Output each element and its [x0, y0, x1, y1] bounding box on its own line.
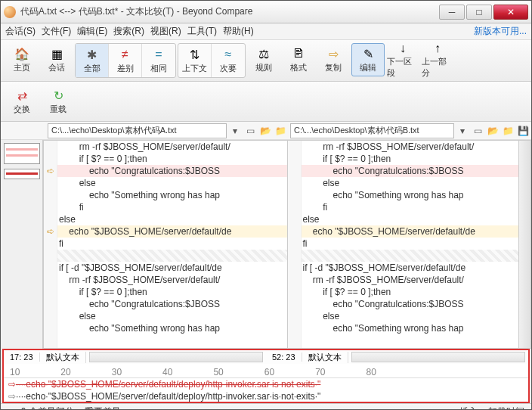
left-pane: ➪➪ rm -rf $JBOSS_HOME/server/default/ if… [43, 140, 287, 349]
save-icon[interactable]: 💾 [516, 124, 530, 138]
left-explorer-icon[interactable]: ▭ [243, 124, 257, 138]
menu-tools[interactable]: 工具(T) [187, 25, 217, 38]
diff-count: 6 个差异部分 [21, 405, 74, 410]
menu-search[interactable]: 搜索(R) [113, 25, 144, 38]
inline-line-a: ····echo·"$JBOSS_HOME/server/default/dep… [16, 379, 320, 390]
left-cursor-pos: 17: 23 [4, 353, 40, 362]
thumbnail-overview[interactable] [4, 143, 40, 164]
home-button[interactable]: 🏠主页 [5, 43, 39, 76]
compare-area: ➪➪ rm -rf $JBOSS_HOME/server/default/ if… [1, 140, 531, 349]
titlebar: 代码A.txt <--> 代码B.txt* - 文本比较(T) - Beyond… [1, 1, 531, 23]
inline-marker-a: ⇨ [8, 379, 16, 390]
prevpart-button[interactable]: ↑上一部分 [421, 43, 454, 76]
same-button[interactable]: =相同 [142, 44, 175, 77]
session-button[interactable]: ▦会话 [40, 43, 73, 76]
notequal-icon: ≠ [118, 47, 133, 62]
all-button[interactable]: ✱全部 [76, 44, 109, 77]
highlighted-section: 17: 23 默认文本 52: 23 默认文本 1020304050607080… [2, 349, 530, 403]
right-open-icon[interactable]: 📂 [486, 124, 500, 138]
left-hscroll[interactable] [89, 352, 263, 362]
context-icon: ⇅ [187, 47, 203, 62]
menubar: 会话(S) 文件(F) 编辑(E) 搜索(R) 视图(R) 工具(T) 帮助(H… [1, 23, 531, 40]
right-path-input[interactable]: C:\...\echo\Desktop\素材\代码B.txt [290, 123, 454, 138]
right-dropdown-icon[interactable]: ▾ [456, 124, 469, 138]
window-title: 代码A.txt <--> 代码B.txt* - 文本比较(T) - Beyond… [20, 5, 438, 18]
load-time-label: 加载时间: [488, 405, 527, 410]
toolbar-main: 🏠主页 ▦会话 ✱全部 ≠差别 =相同 ⇅上下文 ≈次要 ⚖规则 🖹格式 ⇨复制… [1, 40, 531, 82]
inline-line-b: ····echo·"$JBOSS_HOME/server/default/dep… [16, 391, 320, 402]
copy-button[interactable]: ⇨复制 [317, 43, 350, 76]
menu-file[interactable]: 文件(F) [42, 25, 71, 38]
down-icon: ↓ [395, 42, 410, 55]
minor-button[interactable]: ≈次要 [212, 44, 245, 77]
left-code[interactable]: rm -rf $JBOSS_HOME/server/default/ if [ … [57, 141, 287, 348]
thumbnail-column [1, 140, 43, 349]
right-explorer-icon[interactable]: ▭ [471, 124, 484, 138]
equal-icon: = [151, 47, 166, 62]
right-cursor-pos: 52: 23 [266, 353, 302, 362]
menu-view[interactable]: 视图(R) [150, 25, 181, 38]
format-button[interactable]: 🖹格式 [282, 43, 315, 76]
context-button[interactable]: ⇅上下文 [178, 44, 212, 77]
right-pane: rm -rf $JBOSS_HOME/server/default/ if [ … [287, 140, 532, 349]
copy-icon: ⇨ [326, 46, 341, 61]
nextsection-button[interactable]: ↓下一区段 [386, 43, 419, 76]
edit-button[interactable]: ✎编辑 [351, 43, 385, 76]
rules-button[interactable]: ⚖规则 [247, 43, 280, 76]
swap-icon: ⇄ [14, 88, 29, 103]
right-hscroll[interactable] [351, 352, 525, 362]
inline-diff: ⇨····echo·"$JBOSS_HOME/server/default/de… [4, 377, 528, 402]
left-dropdown-icon[interactable]: ▾ [228, 124, 242, 138]
toolbar-secondary: ⇄交换 ↻重载 [1, 82, 531, 122]
reload-button[interactable]: ↻重载 [42, 85, 75, 118]
sessions-icon: ▦ [49, 46, 64, 61]
reload-icon: ↻ [51, 88, 66, 103]
menu-help[interactable]: 帮助(H) [223, 25, 254, 38]
minimize-button[interactable]: ─ [439, 5, 465, 20]
app-icon [4, 6, 16, 18]
right-code[interactable]: rm -rf $JBOSS_HOME/server/default/ if [ … [302, 141, 519, 348]
inline-marker-b: ⇨ [8, 391, 16, 402]
left-path-input[interactable]: C:\...\echo\Desktop\素材\代码A.txt [48, 123, 227, 138]
ruler: 1020304050607080 [4, 364, 528, 377]
right-encoding: 默认文本 [302, 352, 348, 363]
menu-edit[interactable]: 编辑(E) [77, 25, 107, 38]
right-browse-icon[interactable]: 📁 [501, 124, 515, 138]
home-icon: 🏠 [14, 46, 29, 61]
left-browse-icon[interactable]: 📁 [274, 124, 287, 138]
edit-icon: ✎ [360, 46, 376, 61]
left-arrows: ➪➪ [44, 141, 57, 348]
menu-session[interactable]: 会话(S) [5, 25, 36, 38]
vertical-scrollbar[interactable] [518, 141, 530, 348]
right-arrows [288, 141, 302, 348]
update-link[interactable]: 新版本可用... [474, 25, 527, 38]
left-encoding: 默认文本 [40, 352, 86, 363]
format-icon: 🖹 [291, 46, 306, 61]
approx-icon: ≈ [221, 47, 236, 62]
major-diff-label: 重要差异 [85, 405, 121, 410]
thumbnail-detail[interactable] [4, 169, 40, 179]
close-button[interactable]: ✕ [493, 5, 528, 20]
maximize-button[interactable]: □ [466, 5, 492, 20]
swap-button[interactable]: ⇄交换 [5, 85, 39, 118]
left-open-icon[interactable]: 📂 [258, 124, 272, 138]
diff-button[interactable]: ≠差别 [109, 44, 142, 77]
diff-marker-icon: ≠ [5, 407, 11, 411]
insert-mode: 插入 [459, 405, 478, 410]
rules-icon: ⚖ [256, 46, 271, 61]
up-icon: ↑ [430, 42, 445, 55]
statusbar: ≠ 6 个差异部分 重要差异 插入 加载时间: [1, 403, 531, 410]
asterisk-icon: ✱ [85, 47, 100, 62]
pathbar: C:\...\echo\Desktop\素材\代码A.txt ▾ ▭ 📂 📁 C… [1, 122, 531, 140]
